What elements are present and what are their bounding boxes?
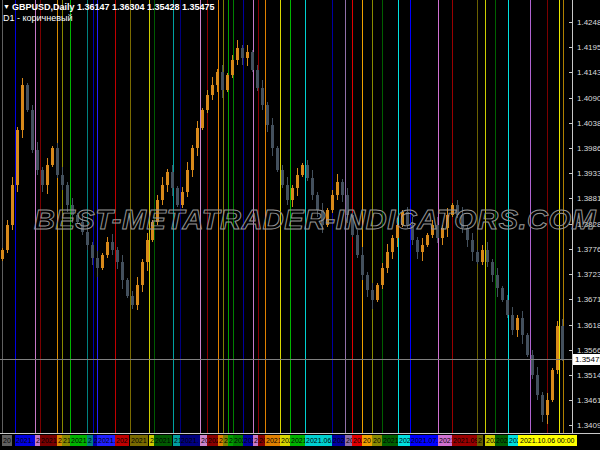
vertical-line[interactable] <box>398 0 399 433</box>
price-axis-label: 1.37230 <box>577 270 600 279</box>
vertical-line[interactable] <box>87 0 88 433</box>
vertical-line[interactable] <box>265 0 266 433</box>
time-axis[interactable]: 202021.220212212021222021.20220212202121… <box>0 434 600 450</box>
candle-body <box>56 148 59 175</box>
vertical-line[interactable] <box>223 0 224 433</box>
candle-body <box>51 148 54 165</box>
vertical-line[interactable] <box>280 0 281 433</box>
vertical-line[interactable] <box>207 0 208 433</box>
candle-body <box>176 188 179 205</box>
candle-body <box>426 235 429 245</box>
candle-body <box>11 185 14 225</box>
vertical-line[interactable] <box>228 0 229 433</box>
candle-body <box>321 210 324 225</box>
candle-body <box>461 215 464 228</box>
candle-body <box>256 70 259 88</box>
candle-body <box>331 195 334 210</box>
candle-body <box>546 400 549 415</box>
candle-body <box>266 105 269 125</box>
vertical-line[interactable] <box>149 0 150 433</box>
symbol-dropdown-icon[interactable]: ▼ <box>3 3 10 10</box>
vertical-line[interactable] <box>495 0 496 433</box>
vertical-line[interactable] <box>180 0 181 433</box>
vertical-line[interactable] <box>332 0 333 433</box>
candle-body <box>541 395 544 415</box>
candle-body <box>216 72 219 85</box>
vertical-line[interactable] <box>477 0 478 433</box>
candle-body <box>41 170 44 185</box>
vertical-line[interactable] <box>382 0 383 433</box>
vertical-line[interactable] <box>305 0 306 433</box>
candle-body <box>466 228 469 240</box>
vertical-line[interactable] <box>200 0 201 433</box>
candle-body <box>391 238 394 252</box>
candle-body <box>481 250 484 262</box>
date-label: 202 <box>332 435 346 446</box>
current-price-label: 1.35475 <box>573 354 600 365</box>
candle-body <box>556 326 559 370</box>
vertical-line[interactable] <box>93 0 94 433</box>
vertical-line[interactable] <box>547 0 548 433</box>
vertical-line[interactable] <box>97 0 98 433</box>
price-axis-tick <box>569 274 573 275</box>
current-time-label: 2021.10.06 00:00 <box>518 435 577 446</box>
vertical-line[interactable] <box>115 0 116 433</box>
candle-body <box>126 280 129 296</box>
date-label: 2021.07. <box>410 435 439 446</box>
date-label: 2021.09 <box>452 435 479 446</box>
date-label: 2021 <box>382 435 400 446</box>
price-axis-tick <box>569 425 573 426</box>
vertical-line[interactable] <box>62 0 63 433</box>
date-label: 2021 <box>154 435 172 446</box>
vertical-line[interactable] <box>40 0 41 433</box>
candle-body <box>441 228 444 238</box>
vertical-line[interactable] <box>243 0 244 433</box>
vertical-line[interactable] <box>345 0 346 433</box>
candle-body <box>396 225 399 238</box>
candle-body <box>521 318 524 335</box>
price-axis-tick <box>569 47 573 48</box>
price-axis-label: 1.39860 <box>577 144 600 153</box>
vertical-line[interactable] <box>15 0 16 433</box>
price-axis-label: 1.42480 <box>577 18 600 27</box>
vertical-line[interactable] <box>362 0 363 433</box>
candle-body <box>551 370 554 400</box>
vertical-line[interactable] <box>218 0 219 433</box>
vertical-line[interactable] <box>438 0 439 433</box>
price-axis-label: 1.38810 <box>577 194 600 203</box>
candle-body <box>16 130 19 185</box>
vertical-line[interactable] <box>130 0 131 433</box>
candle-body <box>291 188 294 200</box>
candle-body <box>366 275 369 290</box>
date-label: 20 <box>2 435 12 446</box>
vertical-line[interactable] <box>154 0 155 433</box>
vertical-line[interactable] <box>485 0 486 433</box>
vertical-line[interactable] <box>2 0 3 433</box>
price-axis-tick <box>569 400 573 401</box>
candle-body <box>141 262 144 285</box>
chart-area[interactable] <box>0 0 572 433</box>
candle-body <box>361 255 364 275</box>
date-label: 2 <box>477 435 483 446</box>
vertical-line[interactable] <box>173 0 174 433</box>
candle-body <box>96 258 99 268</box>
price-axis-label: 1.34090 <box>577 421 600 430</box>
candle-body <box>1 250 4 259</box>
candle-body <box>81 222 84 232</box>
price-axis-label: 1.41950 <box>577 43 600 52</box>
vertical-line[interactable] <box>290 0 291 433</box>
date-label: 2021. <box>180 435 200 446</box>
vertical-line[interactable] <box>563 0 564 433</box>
candle-body <box>21 85 24 130</box>
vertical-line[interactable] <box>35 0 36 433</box>
vertical-line[interactable] <box>508 0 509 433</box>
price-axis[interactable]: 1.424801.419501.414301.409001.403801.398… <box>573 0 600 433</box>
vertical-line[interactable] <box>258 0 259 433</box>
vertical-line[interactable] <box>70 0 71 433</box>
vertical-line[interactable] <box>559 0 560 433</box>
vertical-line[interactable] <box>57 0 58 433</box>
candle-body <box>36 150 39 170</box>
vertical-line[interactable] <box>410 0 411 433</box>
vertical-line[interactable] <box>372 0 373 433</box>
price-axis-label: 1.39330 <box>577 169 600 178</box>
